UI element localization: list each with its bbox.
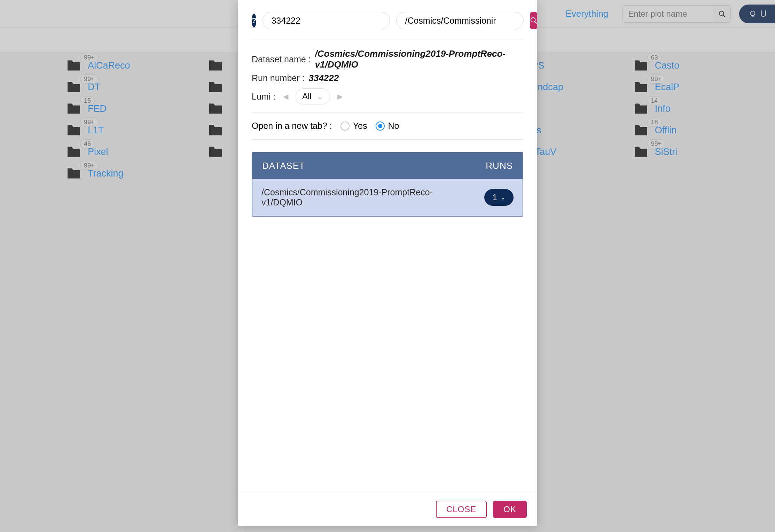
search-icon [530,17,537,24]
results-head-runs: RUNS [486,161,513,171]
search-row: ? [252,12,523,39]
lumi-value: All [302,92,312,101]
newtab-row: Open in a new tab? : Yes No [252,112,523,140]
help-icon[interactable]: ? [252,14,256,28]
newtab-no-radio[interactable]: No [376,121,399,131]
newtab-no-label: No [388,121,399,131]
chevron-down-icon: ⌄ [316,92,323,101]
lumi-select[interactable]: All ⌄ [296,88,330,104]
search-button[interactable] [530,12,537,29]
svg-line-3 [535,22,537,24]
close-button[interactable]: CLOSE [436,501,487,518]
results-row: /Cosmics/Commissioning2019-PromptReco-v1… [252,179,523,216]
newtab-yes-label: Yes [353,121,367,131]
lumi-label: Lumi : [252,92,275,102]
lumi-next-button[interactable]: ▶ [334,91,346,102]
run-number-input[interactable] [263,12,390,29]
lumi-prev-button[interactable]: ◀ [280,91,291,102]
ok-button[interactable]: OK [493,501,527,518]
results-table: DATASET RUNS /Cosmics/Commissioning2019-… [252,152,523,217]
info-block: Dataset name : /Cosmics/Commissioning201… [252,39,523,112]
modal-footer: CLOSE OK [238,493,537,526]
runs-pill[interactable]: 1⌄ [484,189,514,206]
run-number-label: Run number : [252,73,304,83]
dataset-name-label: Dataset name : [252,54,311,64]
dataset-input[interactable] [396,12,524,29]
newtab-yes-radio[interactable]: Yes [340,121,367,131]
newtab-label: Open in a new tab? : [252,121,332,131]
results-head-dataset: DATASET [262,161,305,171]
run-number-value: 334222 [308,73,339,84]
chevron-down-icon: ⌄ [501,194,505,201]
search-modal: ? Dataset name : /Cosmics/Commissioning2… [238,0,537,526]
runs-count: 1 [493,193,497,202]
dataset-name-value: /Cosmics/Commissioning2019-PromptReco-v1… [315,48,510,70]
result-dataset: /Cosmics/Commissioning2019-PromptReco-v1… [261,187,449,208]
